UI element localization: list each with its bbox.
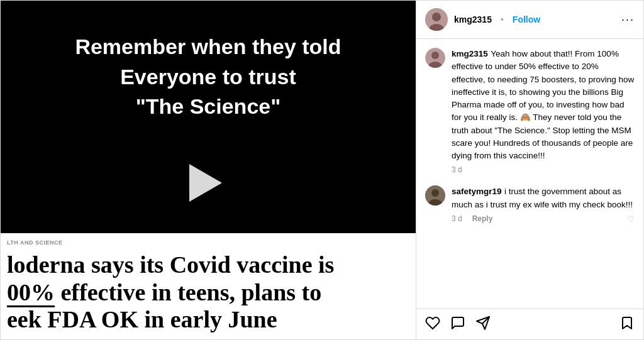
- comment-body-1: kmg2315 Yeah how about that!! From 100% …: [452, 48, 635, 174]
- comment-time-1: 3 d: [452, 165, 462, 174]
- news-headline: loderna says its Covid vaccine is 00% ef…: [7, 251, 334, 334]
- video-text-line1: Remember when they told: [75, 32, 341, 62]
- video-text: Remember when they told Everyone to trus…: [50, 32, 366, 122]
- play-button-icon[interactable]: [189, 164, 227, 202]
- comment-item: kmg2315 Yeah how about that!! From 100% …: [425, 48, 635, 174]
- follow-button[interactable]: Follow: [513, 14, 540, 25]
- news-headline-highlight: 00%: [7, 279, 55, 307]
- comments-area: kmg2315 Yeah how about that!! From 100% …: [416, 39, 643, 309]
- comment-meta-2: 3 d Reply ♡: [452, 214, 635, 224]
- comment-meta-1: 3 d: [452, 165, 635, 174]
- like-button[interactable]: [425, 315, 440, 334]
- comment-time-2: 3 d: [452, 214, 462, 223]
- post-header: kmg2315 • Follow ···: [416, 1, 643, 39]
- share-button[interactable]: [475, 315, 491, 334]
- news-label: LTH AND SCIENCE: [7, 239, 63, 246]
- comment-button[interactable]: [450, 315, 465, 334]
- more-options-button[interactable]: ···: [621, 13, 635, 26]
- news-section: LTH AND SCIENCE loderna says its Covid v…: [1, 233, 416, 340]
- svg-point-4: [431, 52, 439, 59]
- svg-point-7: [431, 189, 439, 197]
- actions-bar: [416, 309, 643, 340]
- comment-avatar-1[interactable]: [425, 48, 445, 68]
- video-text-line3: "The Science": [75, 92, 341, 122]
- news-headline-line2-suffix: effective in teens, plans to: [55, 279, 321, 305]
- comment-username-1[interactable]: kmg2315: [452, 49, 488, 58]
- comment-body-2: safetymgr19 i trust the government about…: [452, 185, 635, 224]
- dot-separator: •: [501, 14, 504, 25]
- news-headline-line3: eek FDA OK in early June: [7, 306, 334, 334]
- video-text-line2: Everyone to trust: [75, 62, 341, 92]
- news-headline-line2: 00% effective in teens, plans to: [7, 279, 334, 307]
- comment-username-2[interactable]: safetymgr19: [452, 187, 502, 196]
- comment-item-2: safetymgr19 i trust the government about…: [425, 185, 635, 224]
- heart-icon-2[interactable]: ♡: [627, 214, 635, 224]
- svg-point-1: [432, 13, 441, 21]
- comment-avatar-2[interactable]: [425, 185, 445, 206]
- news-headline-line1: loderna says its Covid vaccine is: [7, 251, 334, 279]
- header-username[interactable]: kmg2315: [454, 14, 492, 25]
- media-panel: Remember when they told Everyone to trus…: [1, 1, 416, 340]
- comment-text-1: Yeah how about that!! From 100% effectiv…: [452, 49, 634, 160]
- comments-panel: kmg2315 • Follow ··· kmg2315 Yeah how ab…: [416, 1, 643, 340]
- header-left: kmg2315 • Follow: [425, 8, 615, 31]
- poster-avatar[interactable]: [425, 8, 448, 31]
- bookmark-button[interactable]: [619, 315, 635, 334]
- video-section[interactable]: Remember when they told Everyone to trus…: [1, 1, 416, 233]
- reply-button-2[interactable]: Reply: [472, 214, 493, 223]
